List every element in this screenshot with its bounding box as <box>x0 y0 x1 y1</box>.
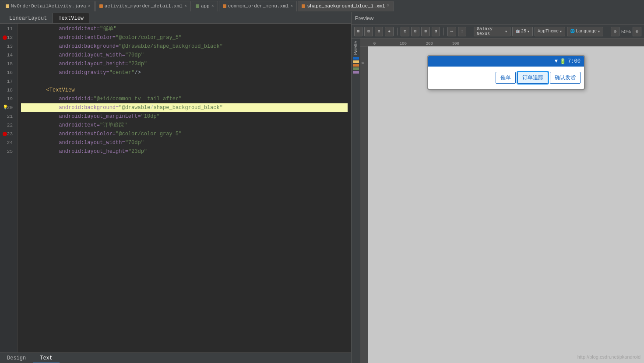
editor-panel: LinearLayout TextView 11 12 13 14 15 16 … <box>0 12 352 363</box>
code-line-15: android:layout_height="23dp" <box>21 60 348 68</box>
palette-color-purple <box>353 71 359 74</box>
breakpoint-12[interactable] <box>3 35 7 40</box>
bulb-icon-20[interactable]: 💡 <box>3 105 8 110</box>
ruler-mark-0: 0 <box>373 42 400 46</box>
layout-icon-5[interactable]: ⊡ <box>401 27 409 36</box>
language-dropdown[interactable]: 🌐 Language ▾ <box>567 27 603 36</box>
app-icon <box>196 4 199 8</box>
palette-color-blue <box>353 57 359 60</box>
theme-label: AppTheme <box>538 29 559 34</box>
code-line-24: android:layout_width="70dp" <box>21 138 348 147</box>
ruler-left: 0 100 200 <box>360 46 368 363</box>
toolbar-sep-3 <box>470 28 470 35</box>
layout-icon-6[interactable]: ⊟ <box>411 27 419 36</box>
line-18: 18 <box>2 86 15 95</box>
expand-icon-2[interactable]: ↕ <box>458 27 466 36</box>
code-line-23: android:textColor="@color/color_gray_5" <box>21 130 348 138</box>
xml-icon <box>223 4 226 8</box>
tab-shape-blue[interactable]: shape_background_blue_1.xml × <box>298 1 393 11</box>
status-icons: ▼ 🔋 7:00 <box>555 58 581 65</box>
line-12: 12 <box>2 33 15 42</box>
tab-text[interactable]: Text <box>33 353 60 363</box>
preview-area: 0 100 200 300 0 100 200 <box>360 39 644 363</box>
palette-color-orange <box>353 64 359 67</box>
code-line-16: android:gravity="center"/> <box>21 68 348 77</box>
api-dropdown[interactable]: 🤖 25 ▾ <box>512 27 533 36</box>
code-line-13: android:background="@drawable/shape_back… <box>21 42 348 51</box>
tab-close[interactable]: × <box>387 4 390 8</box>
xml-icon <box>302 4 305 8</box>
code-line-14: android:layout_width="70dp" <box>21 51 348 60</box>
language-icon: 🌐 <box>570 29 575 34</box>
tab-label: common_order_menu.xml <box>228 4 289 9</box>
subtab-linearlayout[interactable]: LinearLayout <box>4 13 53 23</box>
phone-btn-dingdan[interactable]: 订单追踪 <box>517 72 548 84</box>
palette-label[interactable]: Palette <box>353 39 358 56</box>
java-icon <box>6 4 9 8</box>
layout-icon-1[interactable]: ⊞ <box>354 27 362 36</box>
line-20: 💡 20 <box>2 103 15 112</box>
tab-close[interactable]: × <box>184 4 187 9</box>
editor-subtabs: LinearLayout TextView <box>0 12 351 24</box>
tab-bar: MyOrderDetailActivity.java × activity_my… <box>0 0 644 12</box>
layout-icon-3[interactable]: ⊠ <box>375 27 383 36</box>
toolbar-sep-4 <box>607 28 607 35</box>
ruler-top: 0 100 200 300 <box>360 39 644 46</box>
line-21: 21 <box>2 112 15 121</box>
line-numbers: 11 12 13 14 15 16 17 18 19 💡 20 21 22 <box>0 24 18 352</box>
line-22: 22 <box>2 121 15 130</box>
tab-myorderdetail[interactable]: MyOrderDetailActivity.java × <box>2 1 95 11</box>
tab-label: shape_background_blue_1.xml <box>307 4 385 9</box>
ruler-marks: 0 100 200 300 <box>373 42 479 46</box>
layout-icon-2[interactable]: ⊟ <box>364 27 373 36</box>
preview-toolbar: ⊞ ⊟ ⊠ ◈ ⊡ ⊟ ⊞ ⊠ ⟷ ↕ Galaxy Nexus ▾ 🤖 25 … <box>352 25 644 39</box>
line-13: 13 <box>2 42 15 51</box>
watermark: http://blog.csdn.net/pkandroid <box>577 354 640 359</box>
phone-mockup: ▼ 🔋 7:00 催单 订单追踪 确认发货 <box>427 55 585 90</box>
layout-icon-4[interactable]: ◈ <box>385 27 393 36</box>
chevron-down-icon: ▾ <box>598 29 600 34</box>
battery-icon: 🔋 <box>560 58 566 65</box>
device-area: ▼ 🔋 7:00 催单 订单追踪 确认发货 <box>368 46 644 363</box>
tab-activityxml[interactable]: activity_myorder_detail.xml × <box>95 1 191 11</box>
breakpoint-23[interactable] <box>3 132 7 136</box>
code-line-19: android:id="@+id/common_tv__tail_after" <box>21 95 348 103</box>
line-23: 23 <box>2 130 15 138</box>
tab-design[interactable]: Design <box>0 353 33 363</box>
tab-close[interactable]: × <box>88 4 91 9</box>
tab-close[interactable]: × <box>290 4 293 9</box>
tab-common-order[interactable]: common_order_menu.xml × <box>219 1 297 11</box>
code-area: 11 12 13 14 15 16 17 18 19 💡 20 21 22 <box>0 24 351 352</box>
ruler-left-0: 0 <box>361 48 366 64</box>
tab-close[interactable]: × <box>211 4 214 9</box>
subtab-textview[interactable]: TextView <box>53 13 89 23</box>
theme-dropdown[interactable]: AppTheme ▾ <box>535 27 565 36</box>
palette-strip: Palette <box>352 39 360 363</box>
phone-btn-queren[interactable]: 确认发货 <box>550 72 581 84</box>
right-panel: Preview ⊞ ⊟ ⊠ ◈ ⊡ ⊟ ⊞ ⊠ ⟷ ↕ Galaxy Nexus… <box>352 12 644 363</box>
phone-status-bar: ▼ 🔋 7:00 <box>428 56 584 67</box>
phone-btn-cuidan[interactable]: 催单 <box>496 72 516 84</box>
zoom-level: 50% <box>621 29 631 34</box>
code-line-25: android:layout_height="23dp" <box>21 147 348 156</box>
code-content[interactable]: android:text="催单" android:textColor="@co… <box>18 24 351 352</box>
tab-app[interactable]: app × <box>192 1 218 11</box>
button-row: 催单 订单追踪 确认发货 <box>432 70 581 85</box>
line-24: 24 <box>2 138 15 147</box>
zoom-in-btn[interactable]: ⊕ <box>633 27 641 36</box>
zoom-out-btn[interactable]: ⊖ <box>611 27 619 36</box>
expand-icon[interactable]: ⟷ <box>447 27 456 36</box>
status-time: 7:00 <box>568 58 581 64</box>
language-label: Language <box>576 29 597 34</box>
device-dropdown[interactable]: Galaxy Nexus ▾ <box>474 27 510 36</box>
line-17: 17 <box>2 77 15 86</box>
toolbar-sep-2 <box>443 28 444 35</box>
layout-icon-7[interactable]: ⊞ <box>421 27 429 36</box>
code-line-20: android:background="@drawable/shape_back… <box>21 103 348 112</box>
phone-content: 催单 订单追踪 确认发货 <box>428 67 584 89</box>
line-25: 25 <box>2 147 15 156</box>
line-15: 15 <box>2 60 15 68</box>
layout-icon-8[interactable]: ⊠ <box>432 27 440 36</box>
api-label: 25 <box>521 29 526 34</box>
line-11: 11 <box>2 25 15 33</box>
